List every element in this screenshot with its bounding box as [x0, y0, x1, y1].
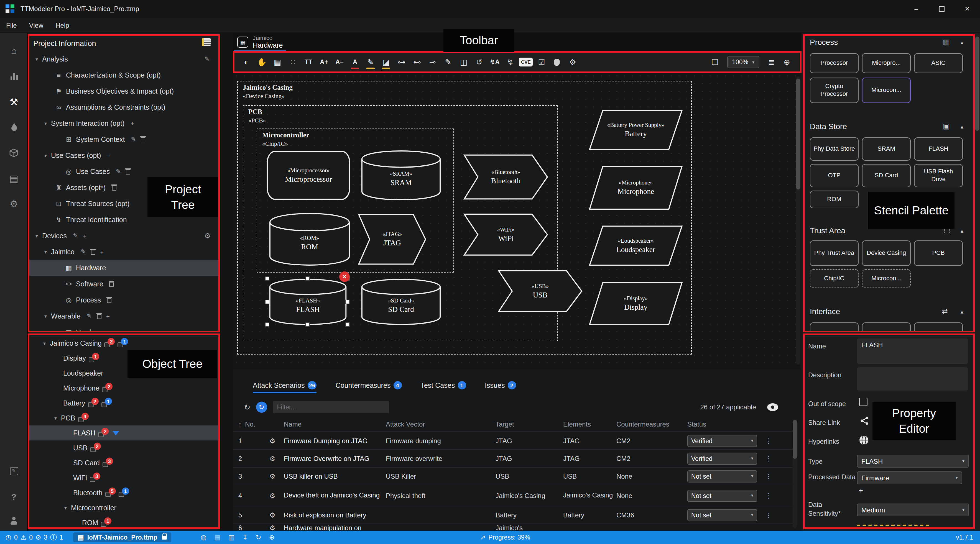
- chevron-down-icon[interactable]: ▾: [45, 121, 51, 126]
- stencil-sram[interactable]: SRAM: [862, 137, 911, 161]
- grid-icon[interactable]: ▦: [270, 55, 284, 69]
- node-usb[interactable]: «USB»USB: [498, 269, 582, 313]
- chevron-down-icon[interactable]: ▾: [54, 415, 61, 421]
- theme-toggle-icon[interactable]: ◐: [239, 55, 253, 69]
- type-dropdown[interactable]: FLASH▾: [857, 455, 969, 468]
- stencil-rom[interactable]: ROM: [810, 190, 859, 208]
- tree-item-jaimico[interactable]: ▾Jaimico✎+: [29, 244, 218, 260]
- threat-badge[interactable]: 2: [102, 383, 113, 393]
- open-file-chip[interactable]: ▤IoMT-Jaimico_Pro.ttmp: [73, 532, 171, 542]
- fill-color-icon[interactable]: ◪: [379, 55, 393, 69]
- share-icon[interactable]: [860, 416, 869, 425]
- edit-icon[interactable]: ✎: [131, 136, 136, 143]
- info-icon[interactable]: ⓘ: [50, 533, 57, 542]
- trash-icon[interactable]: [110, 282, 114, 287]
- threat-badge[interactable]: 3: [103, 458, 113, 468]
- add-icon[interactable]: +: [83, 232, 86, 239]
- object-item-rom[interactable]: ROM1: [29, 515, 218, 528]
- attack-icon[interactable]: [0, 115, 28, 140]
- node-bluetooth[interactable]: «Bluetooth»Bluetooth: [463, 154, 548, 201]
- tree-item-characterization[interactable]: ≡Characterization & Scope (opt): [29, 67, 218, 83]
- row-menu-icon[interactable]: ⋮: [765, 455, 780, 462]
- trash-icon[interactable]: [97, 314, 101, 319]
- collapse-icon[interactable]: ▴: [961, 309, 963, 315]
- status-dropdown[interactable]: Not set▾: [687, 489, 757, 502]
- threat-badge[interactable]: 3: [90, 473, 100, 482]
- tree-item-devices[interactable]: ▾Devices✎+⚙: [29, 228, 218, 244]
- trash-icon[interactable]: [112, 186, 116, 190]
- collapse-icon[interactable]: ▴: [961, 124, 963, 130]
- library-icon[interactable]: [0, 141, 28, 165]
- stencil-device-casing[interactable]: Device Casing: [862, 240, 911, 266]
- threat-badge[interactable]: 5: [105, 488, 116, 498]
- selection-handle[interactable]: [345, 322, 350, 327]
- object-item-microcontroller[interactable]: ▾Microcontroller: [29, 500, 218, 515]
- column-no[interactable]: ↑No.: [239, 420, 269, 428]
- autosave-icon[interactable]: ▤: [214, 533, 221, 541]
- table-scrollbar[interactable]: [793, 419, 797, 528]
- edit-icon[interactable]: ✎: [81, 248, 86, 255]
- image-icon[interactable]: ◫: [457, 55, 471, 69]
- trash-icon[interactable]: [107, 298, 111, 303]
- modeling-icon[interactable]: ⚒: [0, 90, 28, 114]
- tab-diagram-name[interactable]: Hardware: [253, 41, 283, 49]
- zoom-select[interactable]: 100%▾: [727, 56, 759, 68]
- selection-handle[interactable]: [305, 276, 310, 281]
- notes-edit-icon[interactable]: ≣: [764, 55, 778, 69]
- tree-item-wearable-hardware[interactable]: ▦Hardware: [29, 324, 218, 331]
- column-name[interactable]: Name: [284, 420, 386, 428]
- tab-test-cases[interactable]: Test Cases1: [420, 381, 466, 393]
- table-row[interactable]: 1⚙ Firmware Dumping on JTAGFirmware dump…: [233, 432, 793, 450]
- chevron-down-icon[interactable]: ▾: [35, 233, 42, 238]
- tree-item-process[interactable]: ◎Process: [29, 292, 218, 308]
- connector-direct-icon[interactable]: ⊶: [395, 55, 409, 69]
- font-color-icon[interactable]: A: [348, 55, 362, 69]
- tree-item-use-cases-group[interactable]: ▾Use Cases (opt)+: [29, 147, 218, 163]
- font-decrease-icon[interactable]: A−: [332, 55, 347, 69]
- threat-annotate-icon[interactable]: ↯A: [488, 55, 502, 69]
- window-scrollbar[interactable]: [975, 34, 980, 530]
- web-icon[interactable]: ⊕: [780, 55, 794, 69]
- tab-attack-scenarios[interactable]: Attack Scenarios26: [253, 381, 317, 393]
- refresh-icon[interactable]: ↻: [244, 403, 250, 412]
- processed-data-dropdown[interactable]: Firmware▾: [857, 471, 962, 484]
- help-icon[interactable]: ?: [0, 484, 28, 509]
- notes-icon[interactable]: [202, 38, 211, 46]
- threat-badge[interactable]: 1: [89, 354, 99, 363]
- stencil-microcontroller[interactable]: Microcon...: [862, 78, 911, 103]
- menu-help[interactable]: Help: [49, 21, 75, 29]
- add-icon[interactable]: +: [130, 120, 134, 127]
- pan-icon[interactable]: ✋: [255, 55, 269, 69]
- threat-badge[interactable]: 2: [99, 428, 109, 438]
- chevron-down-icon[interactable]: ▾: [45, 152, 51, 158]
- trash-icon[interactable]: [91, 250, 95, 255]
- eye-icon[interactable]: [767, 403, 778, 411]
- object-item-wifi[interactable]: WiFi3: [29, 470, 218, 485]
- save-icon[interactable]: ▥: [228, 533, 235, 541]
- gear-icon[interactable]: ⚙: [204, 232, 211, 240]
- object-item-battery[interactable]: Battery21: [29, 395, 218, 411]
- object-item-sd-card[interactable]: SD Card3: [29, 455, 218, 470]
- row-menu-icon[interactable]: ⋮: [765, 492, 780, 500]
- stencil-asic[interactable]: ASIC: [914, 53, 963, 73]
- node-sd-card[interactable]: «SD Card»SD Card: [360, 279, 442, 325]
- selection-handle[interactable]: [345, 300, 350, 304]
- stencil-crypto-processor[interactable]: Crypto Processor: [810, 78, 859, 103]
- status-dropdown[interactable]: Not set▾: [687, 470, 757, 482]
- account-icon[interactable]: [0, 509, 28, 533]
- column-countermeasures[interactable]: Countermeasures: [616, 420, 687, 428]
- selection-handle[interactable]: [265, 322, 269, 327]
- object-item-bluetooth[interactable]: Bluetooth51: [29, 485, 218, 500]
- filter-icon[interactable]: [113, 431, 119, 435]
- node-microphone[interactable]: «Microphone»Microphone: [589, 166, 683, 210]
- stencil-sd-card[interactable]: SD Card: [862, 164, 911, 187]
- chevron-down-icon[interactable]: ▾: [35, 56, 42, 62]
- cve-icon[interactable]: CVE: [519, 55, 533, 69]
- node-flash[interactable]: «FLASH»FLASH: [268, 279, 348, 325]
- object-item-usb[interactable]: USB2: [29, 440, 218, 455]
- tree-item-wearable[interactable]: ▾Wearable✎+: [29, 308, 218, 324]
- settings-icon[interactable]: ⚙: [0, 192, 28, 216]
- stencil-pcb[interactable]: PCB: [914, 240, 963, 266]
- minimize-button[interactable]: –: [904, 0, 929, 18]
- row-menu-icon[interactable]: ⋮: [765, 511, 780, 519]
